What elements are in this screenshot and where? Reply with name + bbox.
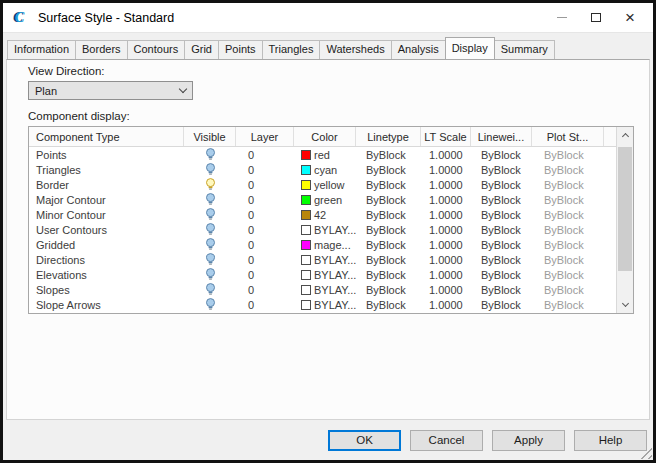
linetype-cell[interactable]: ByBlock <box>356 299 421 311</box>
lt-scale-cell[interactable]: 1.0000 <box>421 194 471 206</box>
tab-grid[interactable]: Grid <box>184 40 219 59</box>
tab-contours[interactable]: Contours <box>127 40 186 59</box>
lineweight-cell[interactable]: ByBlock <box>471 179 532 191</box>
color-cell[interactable]: green <box>294 194 356 206</box>
lineweight-cell[interactable]: ByBlock <box>471 194 532 206</box>
cancel-button[interactable]: Cancel <box>410 430 483 451</box>
lt-scale-cell[interactable]: 1.0000 <box>421 239 471 251</box>
visibility-toggle[interactable] <box>184 268 236 281</box>
lineweight-cell[interactable]: ByBlock <box>471 209 532 221</box>
table-row[interactable]: Minor Contour042ByBlock1.0000ByBlockByBl… <box>29 207 616 222</box>
layer-cell[interactable]: 0 <box>236 284 294 296</box>
lt-scale-cell[interactable]: 1.0000 <box>421 149 471 161</box>
linetype-cell[interactable]: ByBlock <box>356 209 421 221</box>
tab-analysis[interactable]: Analysis <box>391 40 446 59</box>
table-row[interactable]: Slopes0BYLAY...ByBlock1.0000ByBlockByBlo… <box>29 282 616 297</box>
linetype-cell[interactable]: ByBlock <box>356 284 421 296</box>
scroll-up-button[interactable] <box>617 127 633 144</box>
lt-scale-cell[interactable]: 1.0000 <box>421 224 471 236</box>
tab-points[interactable]: Points <box>218 40 263 59</box>
lt-scale-cell[interactable]: 1.0000 <box>421 269 471 281</box>
linetype-cell[interactable]: ByBlock <box>356 254 421 266</box>
linetype-cell[interactable]: ByBlock <box>356 239 421 251</box>
layer-cell[interactable]: 0 <box>236 209 294 221</box>
linetype-cell[interactable]: ByBlock <box>356 164 421 176</box>
linetype-cell[interactable]: ByBlock <box>356 194 421 206</box>
table-row[interactable]: Slope Arrows0BYLAY...ByBlock1.0000ByBloc… <box>29 297 616 312</box>
layer-cell[interactable]: 0 <box>236 179 294 191</box>
visibility-toggle[interactable] <box>184 163 236 176</box>
color-cell[interactable]: mage... <box>294 239 356 251</box>
layer-cell[interactable]: 0 <box>236 224 294 236</box>
lt-scale-cell[interactable]: 1.0000 <box>421 299 471 311</box>
component-type-cell: Triangles <box>29 164 184 176</box>
scrollbar-thumb[interactable] <box>618 147 632 271</box>
help-button[interactable]: Help <box>574 430 647 451</box>
color-cell[interactable]: BYLAY... <box>294 299 356 311</box>
lineweight-cell[interactable]: ByBlock <box>471 239 532 251</box>
lineweight-cell[interactable]: ByBlock <box>471 284 532 296</box>
vertical-scrollbar[interactable] <box>616 127 633 313</box>
color-cell[interactable]: cyan <box>294 164 356 176</box>
table-row[interactable]: Elevations0BYLAY...ByBlock1.0000ByBlockB… <box>29 267 616 282</box>
visibility-toggle[interactable] <box>184 283 236 296</box>
view-direction-select[interactable]: Plan <box>28 81 193 100</box>
lt-scale-cell[interactable]: 1.0000 <box>421 179 471 191</box>
ok-button[interactable]: OK <box>328 430 401 451</box>
tab-display[interactable]: Display <box>445 37 495 59</box>
layer-cell[interactable]: 0 <box>236 269 294 281</box>
tab-watersheds[interactable]: Watersheds <box>319 40 391 59</box>
table-row[interactable]: Points0redByBlock1.0000ByBlockByBlock <box>29 147 616 162</box>
linetype-cell[interactable]: ByBlock <box>356 179 421 191</box>
table-row[interactable]: User Contours0BYLAY...ByBlock1.0000ByBlo… <box>29 222 616 237</box>
tab-summary[interactable]: Summary <box>494 40 555 59</box>
color-cell[interactable]: BYLAY... <box>294 284 356 296</box>
color-cell[interactable]: BYLAY... <box>294 224 356 236</box>
color-cell[interactable]: red <box>294 149 356 161</box>
maximize-button[interactable] <box>579 5 613 31</box>
close-button[interactable]: × <box>613 5 647 31</box>
lt-scale-cell[interactable]: 1.0000 <box>421 254 471 266</box>
linetype-cell[interactable]: ByBlock <box>356 224 421 236</box>
visibility-toggle[interactable] <box>184 238 236 251</box>
linetype-cell[interactable]: ByBlock <box>356 269 421 281</box>
apply-button[interactable]: Apply <box>492 430 565 451</box>
lineweight-cell[interactable]: ByBlock <box>471 164 532 176</box>
color-cell[interactable]: 42 <box>294 209 356 221</box>
lt-scale-cell[interactable]: 1.0000 <box>421 164 471 176</box>
visibility-toggle[interactable] <box>184 223 236 236</box>
table-row[interactable]: Directions0BYLAY...ByBlock1.0000ByBlockB… <box>29 252 616 267</box>
lineweight-cell[interactable]: ByBlock <box>471 254 532 266</box>
tab-borders[interactable]: Borders <box>75 40 128 59</box>
lineweight-cell[interactable]: ByBlock <box>471 149 532 161</box>
layer-cell[interactable]: 0 <box>236 239 294 251</box>
scroll-down-button[interactable] <box>617 296 633 313</box>
table-row[interactable]: Major Contour0greenByBlock1.0000ByBlockB… <box>29 192 616 207</box>
lt-scale-cell[interactable]: 1.0000 <box>421 209 471 221</box>
lineweight-cell[interactable]: ByBlock <box>471 299 532 311</box>
layer-cell[interactable]: 0 <box>236 299 294 311</box>
visibility-toggle[interactable] <box>184 178 236 191</box>
tab-triangles[interactable]: Triangles <box>262 40 321 59</box>
color-name: BYLAY... <box>314 254 356 266</box>
lineweight-cell[interactable]: ByBlock <box>471 224 532 236</box>
table-row[interactable]: Triangles0cyanByBlock1.0000ByBlockByBloc… <box>29 162 616 177</box>
color-cell[interactable]: yellow <box>294 179 356 191</box>
table-row[interactable]: Gridded0mage...ByBlock1.0000ByBlockByBlo… <box>29 237 616 252</box>
lineweight-cell[interactable]: ByBlock <box>471 269 532 281</box>
tab-information[interactable]: Information <box>7 40 76 59</box>
visibility-toggle[interactable] <box>184 253 236 266</box>
lt-scale-cell[interactable]: 1.0000 <box>421 284 471 296</box>
layer-cell[interactable]: 0 <box>236 254 294 266</box>
visibility-toggle[interactable] <box>184 193 236 206</box>
layer-cell[interactable]: 0 <box>236 149 294 161</box>
color-cell[interactable]: BYLAY... <box>294 269 356 281</box>
layer-cell[interactable]: 0 <box>236 194 294 206</box>
visibility-toggle[interactable] <box>184 208 236 221</box>
visibility-toggle[interactable] <box>184 298 236 311</box>
color-cell[interactable]: BYLAY... <box>294 254 356 266</box>
linetype-cell[interactable]: ByBlock <box>356 149 421 161</box>
table-row[interactable]: Border0yellowByBlock1.0000ByBlockByBlock <box>29 177 616 192</box>
visibility-toggle[interactable] <box>184 148 236 161</box>
layer-cell[interactable]: 0 <box>236 164 294 176</box>
